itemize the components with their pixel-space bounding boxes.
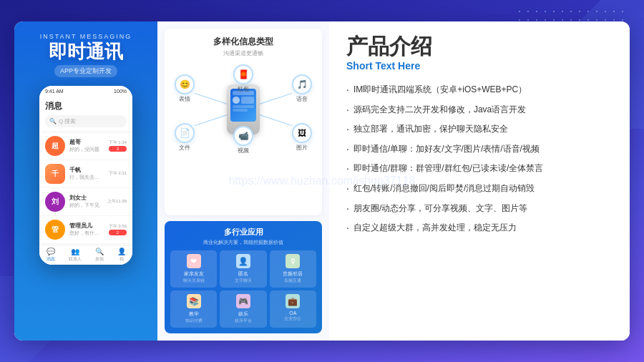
- phone-header: 消息 🔍 Q 搜索: [39, 97, 132, 132]
- feature-text-7: 自定义超级大群，高并发处理，稳定无压力: [353, 221, 517, 234]
- industry-item-2[interactable]: 🎙 音频邻居 音频互通: [270, 250, 316, 288]
- industry-grid: ❤ 家亲友友 聊天关系链 👤 匿名 文字聊天 🎙 音频邻居 音频互通 📚 教学: [170, 250, 316, 328]
- messages-title: 消息: [45, 100, 127, 112]
- industry-icon-0: ❤: [187, 254, 201, 268]
- industry-icon-1: 👤: [236, 254, 250, 268]
- node-top: 🧧 红包: [233, 64, 253, 93]
- node-bottom: 📹 视频: [233, 126, 253, 155]
- search-icon: 🔍: [49, 118, 57, 124]
- feature-text-6: 朋友圈/动态分享，可分享视频、文字、图片等: [353, 202, 527, 215]
- industry-label-0: 家亲友友: [172, 270, 215, 278]
- feature-item-0: · IM即时通讯四端系统（安卓+iOS+WEB+PC）: [346, 83, 613, 97]
- feature-dot-6: ·: [346, 202, 349, 216]
- diagram-area: 多样化信息类型 沟通渠道更通畅: [165, 29, 322, 215]
- node-br-circle: 🖼: [292, 123, 312, 143]
- nav-messages-label: 消息: [47, 256, 55, 263]
- industry-desc-5: 企业办公: [272, 315, 314, 322]
- chat-time-3: 下午 3:56: [109, 223, 127, 230]
- chat-info-1: 千帆 行，我先去处理一下: [69, 166, 104, 181]
- industry-desc-3: 知识付费: [172, 318, 215, 324]
- product-title: 产品介绍: [346, 36, 613, 57]
- sub-title: APP专业定制开发: [54, 65, 117, 77]
- node-tl-label: 表情: [179, 95, 190, 103]
- chat-info-0: 超哥 好的，没问题: [69, 138, 104, 153]
- middle-section: 多样化信息类型 沟通渠道更通畅: [157, 21, 329, 341]
- node-bottom-left: 📄 文件: [175, 123, 195, 152]
- industry-item-1[interactable]: 👤 匿名 文字聊天: [220, 250, 266, 288]
- chat-name-0: 超哥: [69, 138, 104, 146]
- feature-dot-3: ·: [346, 142, 349, 157]
- features-list: · IM即时通讯四端系统（安卓+iOS+WEB+PC） · 源码完全支持二次开发…: [346, 83, 613, 235]
- feature-text-5: 红包/转账/消息撤回/阅后即焚/消息过期自动销毁: [353, 182, 535, 195]
- feature-dot-7: ·: [346, 221, 349, 235]
- badge-0: 3: [109, 146, 127, 152]
- chat-item-0[interactable]: 超 超哥 好的，没问题 下午 1:34 3: [39, 132, 132, 160]
- feature-text-4: 即时通信/群聊：群管理/群红包/已读未读/全体禁言: [353, 162, 543, 175]
- industry-subtitle: 商业化解决方案，简能挖掘数据价值: [170, 239, 316, 246]
- node-b-circle: 📹: [233, 126, 253, 146]
- feature-item-5: · 红包/转账/消息撤回/阅后即焚/消息过期自动销毁: [346, 182, 613, 196]
- node-bl-circle: 📄: [175, 123, 195, 143]
- screen-icon-circle: [233, 97, 240, 104]
- industry-item-3[interactable]: 📚 教学 知识付费: [170, 290, 217, 328]
- screen-row3: [233, 109, 248, 112]
- avatar-1: 千: [45, 164, 65, 184]
- phone-search-bar[interactable]: 🔍 Q 搜索: [45, 115, 127, 127]
- nav-contacts[interactable]: 👥 联系人: [69, 248, 82, 263]
- screen-icons: [233, 97, 254, 104]
- status-battery: 100%: [114, 89, 127, 94]
- industry-item-5[interactable]: 💼 OA 企业办公: [270, 290, 316, 328]
- main-title: 即时通讯: [49, 41, 123, 62]
- node-top-circle: 🧧: [233, 64, 253, 84]
- chat-meta-1: 下午 2:31: [109, 170, 127, 177]
- avatar-3: 管: [45, 220, 65, 240]
- industry-label-5: OA: [272, 310, 314, 315]
- chat-time-2: 上午11:36: [107, 198, 127, 205]
- feature-text-3: 即时通信/单聊：加好友/文字/图片/表情/语音/视频: [353, 142, 540, 155]
- feature-item-4: · 即时通信/群聊：群管理/群红包/已读未读/全体禁言: [346, 162, 613, 176]
- chat-name-3: 管理员儿: [69, 222, 104, 230]
- node-top-label: 红包: [238, 85, 249, 93]
- avatar-2: 刘: [45, 192, 65, 212]
- top-label: INSTANT MESSAGING: [40, 33, 132, 40]
- chat-meta-2: 上午11:36: [107, 198, 127, 205]
- industry-label-2: 音频邻居: [272, 270, 314, 278]
- feature-text-1: 源码完全支持二次开发和修改，Java语言开发: [353, 103, 526, 116]
- industry-item-4[interactable]: 🎮 娱乐 娱乐平台: [220, 290, 266, 328]
- chat-item-1[interactable]: 千 千帆 行，我先去处理一下 下午 2:31: [39, 160, 132, 188]
- chat-item-2[interactable]: 刘 刘女士 好的，下午见 上午11:36: [39, 188, 132, 216]
- industry-icon-5: 💼: [286, 294, 300, 308]
- feature-text-0: IM即时通讯四端系统（安卓+iOS+WEB+PC）: [353, 83, 527, 96]
- feature-item-7: · 自定义超级大群，高并发处理，稳定无压力: [346, 221, 613, 235]
- chat-meta-0: 下午 1:34 3: [109, 140, 127, 152]
- industry-desc-1: 文字聊天: [222, 278, 264, 284]
- status-time: 9:41 AM: [45, 89, 64, 94]
- industry-icon-3: 📚: [187, 294, 201, 308]
- diagram-center: 🧧 红包 🎵 语音 🖼 图片 📹 视频: [172, 63, 315, 156]
- nav-discover[interactable]: 🔍 发现: [95, 248, 104, 263]
- industry-icon-4: 🎮: [236, 294, 250, 308]
- nav-discover-icon: 🔍: [95, 248, 104, 255]
- nav-messages[interactable]: 💬 消息: [47, 248, 55, 263]
- feature-item-3: · 即时通信/单聊：加好友/文字/图片/表情/语音/视频: [346, 142, 613, 157]
- chat-preview-1: 行，我先去处理一下: [69, 174, 104, 181]
- screen-row2: [233, 105, 254, 108]
- badge-3: 2: [109, 230, 127, 235]
- screen-bar: [241, 97, 254, 104]
- diagram-subtitle: 沟通渠道更通畅: [172, 49, 315, 57]
- chat-info-2: 刘女士 好的，下午见: [69, 194, 103, 209]
- chat-item-3[interactable]: 管 管理员儿 您好，有什么可以帮 下午 3:56 2: [39, 216, 132, 244]
- main-content-area: INSTANT MESSAGING 即时通讯 APP专业定制开发 9:41 AM…: [14, 21, 630, 341]
- nav-me[interactable]: 👤 我: [117, 248, 126, 263]
- industry-item-0[interactable]: ❤ 家亲友友 聊天关系链: [170, 250, 217, 288]
- node-bottom-right: 🖼 图片: [292, 123, 312, 152]
- industry-desc-2: 音频互通: [272, 278, 314, 284]
- avatar-0: 超: [45, 136, 65, 156]
- industry-title: 多行业应用: [170, 227, 316, 238]
- nav-contacts-icon: 👥: [71, 248, 79, 255]
- feature-text-2: 独立部署，通讯加密，保护聊天隐私安全: [353, 122, 508, 135]
- node-br-label: 图片: [296, 144, 308, 152]
- industry-desc-0: 聊天关系链: [172, 278, 215, 284]
- nav-me-icon: 👤: [117, 248, 126, 255]
- chat-time-0: 下午 1:34: [109, 140, 127, 146]
